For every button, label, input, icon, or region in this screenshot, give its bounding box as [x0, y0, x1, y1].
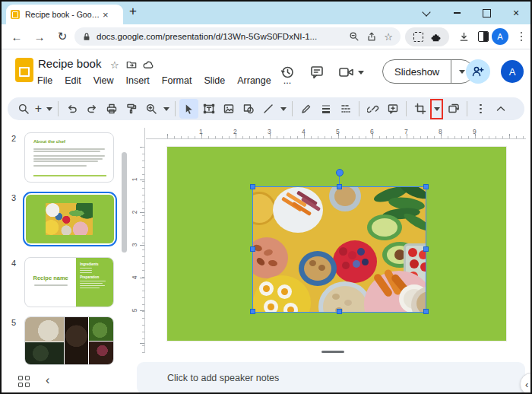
replace-image-icon[interactable]	[444, 99, 463, 119]
menu-insert[interactable]: Insert	[126, 75, 150, 86]
tab-title: Recipe book - Google Slides	[25, 10, 101, 19]
meet-dropdown-icon[interactable]	[356, 62, 366, 82]
slides-header: Recipe book ☆ File Edit View Insert Form…	[2, 49, 530, 96]
thumbnail-left-panel: Recipe name	[25, 258, 76, 307]
insert-link-icon[interactable]	[363, 99, 382, 119]
zoom-page-icon[interactable]	[349, 31, 359, 42]
filmstrip-scrollbar[interactable]	[122, 152, 127, 253]
thumbnail-title: About the chef	[33, 139, 65, 144]
resize-handle-bottom-left[interactable]	[250, 309, 255, 314]
resize-handle-middle-right[interactable]	[423, 246, 429, 252]
redo-icon[interactable]	[82, 99, 101, 119]
menu-view[interactable]: View	[93, 75, 114, 86]
tab-close-icon[interactable]: ×	[103, 10, 109, 20]
rotation-handle[interactable]	[336, 169, 344, 176]
slide-thumbnail-2[interactable]: About the chef	[24, 132, 114, 183]
menus-search-icon[interactable]	[14, 99, 33, 119]
menu-arrange[interactable]: Arrange	[237, 75, 271, 86]
slide-canvas[interactable]	[167, 147, 506, 341]
paint-format-icon[interactable]	[122, 99, 141, 119]
food-berry-bowl	[333, 240, 377, 283]
speaker-notes-panel[interactable]: Click to add speaker notes	[137, 362, 525, 394]
speaker-notes-placeholder: Click to add speaker notes	[167, 373, 279, 383]
resize-handle-bottom-right[interactable]	[423, 309, 429, 314]
download-icon[interactable]	[454, 27, 473, 46]
slide-thumbnail-3-selected[interactable]	[23, 192, 117, 246]
selected-food-image[interactable]	[253, 187, 426, 312]
menu-edit[interactable]: Edit	[65, 75, 81, 86]
select-tool-icon[interactable]	[179, 99, 198, 119]
comment-history-icon[interactable]	[307, 62, 327, 82]
h-ruler-number: 5	[336, 128, 340, 135]
move-folder-icon[interactable]	[126, 59, 137, 72]
slides-logo-icon[interactable]	[15, 58, 33, 82]
version-history-icon[interactable]	[277, 62, 297, 82]
border-dash-icon[interactable]	[336, 99, 355, 119]
line-dropdown-icon[interactable]	[278, 99, 288, 119]
hide-menus-icon[interactable]	[491, 99, 510, 119]
insert-image-icon[interactable]	[219, 99, 238, 119]
food-egg-plate	[253, 275, 311, 312]
side-panel-icon[interactable]	[474, 27, 492, 46]
toolbar-more-icon[interactable]	[471, 99, 490, 119]
reload-button[interactable]: ↻	[53, 27, 71, 46]
vertical-ruler: 12345	[132, 128, 145, 353]
add-comment-icon[interactable]	[383, 99, 402, 119]
undo-icon[interactable]	[62, 99, 81, 119]
insert-line-icon[interactable]	[258, 99, 277, 119]
new-slide-dropdown-icon[interactable]	[44, 99, 54, 119]
url-bar[interactable]: docs.google.com/presentation/d/13Wn-5GwS…	[74, 27, 401, 46]
meet-camera-icon[interactable]	[337, 62, 356, 82]
mask-image-highlight-box	[430, 99, 443, 119]
tab-search-icon[interactable]	[418, 6, 435, 20]
maximize-button[interactable]	[478, 6, 495, 20]
border-weight-icon[interactable]	[316, 99, 335, 119]
resize-handle-top-right[interactable]	[423, 184, 429, 189]
share-page-icon[interactable]	[366, 31, 377, 42]
zoom-icon[interactable]	[141, 99, 160, 119]
h-ruler-number: 2	[233, 128, 237, 135]
bookmark-star-icon[interactable]: ☆	[384, 31, 393, 43]
new-slide-icon[interactable]: +	[33, 99, 43, 119]
slide-thumbnail-5[interactable]	[24, 316, 114, 365]
menu-file[interactable]: File	[37, 75, 52, 86]
browser-navbar: ← → ↻ docs.google.com/presentation/d/13W…	[2, 24, 530, 49]
notes-resize-handle[interactable]	[321, 351, 344, 353]
resize-handle-bottom-middle[interactable]	[337, 309, 342, 314]
menu-format[interactable]: Format	[162, 75, 192, 86]
grid-view-icon[interactable]	[18, 376, 30, 387]
insert-shape-icon[interactable]	[239, 99, 258, 119]
slideshow-button[interactable]: Slideshow	[383, 60, 451, 83]
resize-handle-middle-left[interactable]	[250, 246, 255, 252]
cloud-status-icon[interactable]	[143, 59, 154, 72]
v-ruler-number: 3	[131, 243, 138, 247]
forward-button[interactable]: →	[30, 27, 49, 46]
text-box-icon[interactable]	[199, 99, 218, 119]
extensions-group	[405, 27, 449, 46]
resize-handle-top-middle[interactable]	[337, 184, 342, 189]
mask-image-dropdown-icon[interactable]	[434, 107, 440, 114]
window-close-button[interactable]: ×	[508, 6, 524, 20]
browser-avatar[interactable]: A	[491, 27, 509, 46]
minimize-button[interactable]	[448, 6, 465, 20]
border-color-icon[interactable]	[296, 99, 315, 119]
browser-tab[interactable]: Recipe book - Google Slides ×	[6, 5, 123, 24]
slide-thumbnail-4[interactable]: Recipe name Ingredients Preparation	[24, 257, 114, 307]
crop-image-icon[interactable]	[410, 99, 429, 119]
print-icon[interactable]	[102, 99, 121, 119]
share-button[interactable]	[466, 59, 490, 84]
menu-slide[interactable]: Slide	[204, 75, 225, 86]
document-title[interactable]: Recipe book	[38, 57, 101, 70]
back-button[interactable]: ←	[8, 27, 26, 46]
new-tab-button[interactable]: +	[129, 4, 137, 19]
star-document-icon[interactable]: ☆	[110, 59, 119, 71]
thumbnail-divider	[33, 175, 106, 176]
filmstrip-collapse-icon[interactable]: ‹	[46, 373, 49, 387]
account-avatar[interactable]: A	[501, 60, 524, 83]
slide-number: 5	[11, 318, 16, 327]
browser-menu-icon[interactable]	[512, 27, 530, 46]
resize-handle-top-left[interactable]	[250, 184, 255, 189]
screenshot-extension-icon[interactable]	[413, 32, 423, 42]
zoom-dropdown-icon[interactable]	[161, 99, 171, 119]
extensions-puzzle-icon[interactable]	[430, 31, 442, 43]
